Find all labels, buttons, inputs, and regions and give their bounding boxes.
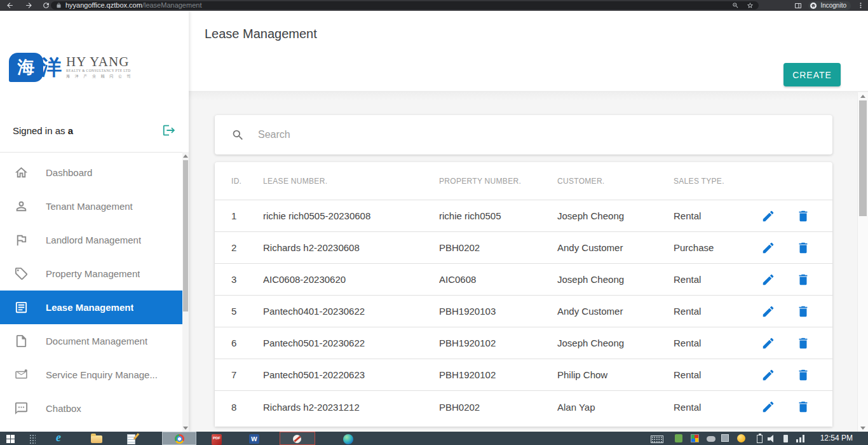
sidebar-item-dashboard[interactable]: Dashboard <box>0 156 182 189</box>
taskbar-clock[interactable]: 12:54 PM <box>820 434 853 442</box>
table-row[interactable]: 1 richie rich0505-20230608 richie rich05… <box>215 200 832 232</box>
edge-icon[interactable] <box>343 434 353 444</box>
edit-icon[interactable] <box>761 368 775 382</box>
delete-icon[interactable] <box>796 209 810 223</box>
scroll-up-arrow[interactable] <box>182 152 189 160</box>
edit-icon[interactable] <box>761 400 775 414</box>
sidebar-item-service-enquiry-manage[interactable]: Service Enquiry Manage... <box>0 358 182 392</box>
main-area: Lease Management CREATE ID.LEASE NUMBER.… <box>189 11 868 432</box>
pen-icon[interactable] <box>783 435 788 442</box>
tray-app-4-icon[interactable] <box>721 434 729 442</box>
delete-icon[interactable] <box>796 273 810 287</box>
scroll-down-arrow[interactable] <box>182 424 189 432</box>
cell-lease-number: Pantech0401-20230622 <box>263 306 439 317</box>
logo-mark: 海 <box>9 53 43 82</box>
browser-menu-icon[interactable] <box>857 1 864 10</box>
delete-icon[interactable] <box>796 336 810 350</box>
tray-app-2-icon[interactable] <box>691 434 699 442</box>
brand-subtitle-en: REALTY & CONSULTANCY PTE LTD <box>66 69 133 72</box>
cell-property-number: PBH0202 <box>439 402 557 413</box>
cell-customer: Joseph Cheong <box>557 338 674 348</box>
notepad-icon[interactable] <box>127 434 135 444</box>
signed-in-text: Signed in as a <box>13 125 73 136</box>
chat-icon <box>14 401 29 416</box>
edit-icon[interactable] <box>761 209 775 223</box>
sidebar-item-label: Property Management <box>46 268 140 279</box>
delete-icon[interactable] <box>796 241 810 255</box>
sidebar-item-label: Landlord Management <box>46 235 141 245</box>
main-scrollbar[interactable] <box>857 92 868 432</box>
word-icon[interactable] <box>249 434 259 444</box>
sidebar-item-label: Dashboard <box>46 167 92 178</box>
reload-icon[interactable] <box>42 1 50 10</box>
cell-property-number: PBH1920102 <box>439 338 557 348</box>
scroll-up-arrow[interactable] <box>858 92 868 100</box>
cell-customer: Andy Customer <box>557 242 674 253</box>
brand-name: HY YANG <box>66 55 133 68</box>
battery-icon[interactable] <box>757 435 763 443</box>
sidebar-scrollbar[interactable] <box>182 152 189 432</box>
table-row[interactable]: 6 Pantech0501-20230622 PBH1920102 Joseph… <box>215 327 832 359</box>
blocked-app-icon[interactable] <box>280 432 315 445</box>
scrollbar-thumb[interactable] <box>859 100 867 216</box>
mail-icon <box>14 367 29 382</box>
internet-explorer-icon[interactable] <box>56 434 66 444</box>
search-dots-icon[interactable] <box>29 434 36 444</box>
table-row[interactable]: 3 AIC0608-20230620 AIC0608 Joseph Cheong… <box>215 264 832 296</box>
zoom-icon[interactable] <box>732 2 739 9</box>
table-row[interactable]: 8 Richards h2-20231212 PBH0202 Alan Yap … <box>215 391 832 423</box>
sidebar-item-tenant-management[interactable]: Tenant Management <box>0 189 182 223</box>
table-row[interactable]: 7 Pantech0501-20220623 PBH1920102 Philip… <box>215 359 832 391</box>
sidebar-item-chatbox[interactable]: Chatbox <box>0 392 182 425</box>
edit-icon[interactable] <box>761 241 775 255</box>
tray-app-3-icon[interactable] <box>707 436 715 442</box>
cell-sales-type: Rental <box>674 306 756 317</box>
file-explorer-icon[interactable] <box>91 435 102 443</box>
incognito-label: Incognito <box>820 2 846 9</box>
cell-sales-type: Rental <box>674 338 756 348</box>
sidebar-item-landlord-management[interactable]: Landlord Management <box>0 223 182 257</box>
delete-icon[interactable] <box>796 305 810 318</box>
scrollbar-thumb[interactable] <box>183 160 188 312</box>
logout-icon[interactable] <box>162 123 176 137</box>
url-path: /leaseManagement <box>142 1 202 9</box>
column-header: ID. <box>231 177 263 186</box>
scroll-down-arrow[interactable] <box>858 424 868 432</box>
delete-icon[interactable] <box>796 400 810 414</box>
edit-icon[interactable] <box>761 336 775 350</box>
table-row[interactable]: 5 Pantech0401-20230622 PBH1920103 Andy C… <box>215 296 832 327</box>
edit-icon[interactable] <box>761 273 775 287</box>
incognito-badge: Incognito <box>808 1 851 10</box>
chrome-icon[interactable] <box>162 432 196 445</box>
keyboard-icon[interactable] <box>651 435 663 443</box>
back-icon[interactable] <box>6 1 14 10</box>
volume-icon[interactable] <box>768 434 776 443</box>
create-button[interactable]: CREATE <box>783 63 841 86</box>
column-header: LEASE NUMBER. <box>263 177 439 186</box>
column-header: CUSTOMER. <box>557 177 674 186</box>
tray-app-1-icon[interactable] <box>675 434 682 442</box>
sidebar-item-document-management[interactable]: Document Management <box>0 324 182 358</box>
cell-id: 2 <box>231 242 263 253</box>
side-panel-icon[interactable] <box>794 2 802 10</box>
browser-toolbar: hyyangoffice.qztbox.com/leaseManagement … <box>0 0 868 11</box>
delete-icon[interactable] <box>796 368 810 382</box>
page-title: Lease Management <box>205 27 317 41</box>
address-bar[interactable]: hyyangoffice.qztbox.com/leaseManagement <box>51 1 759 10</box>
bookmark-star-icon[interactable] <box>747 2 754 9</box>
pdf-reader-icon[interactable] <box>212 434 222 445</box>
cell-property-number: PBH0202 <box>439 242 557 253</box>
cell-customer: Philip Chow <box>557 369 674 380</box>
cell-customer: Alan Yap <box>557 402 674 413</box>
cell-property-number: richie rich0505 <box>439 210 557 221</box>
search-input[interactable] <box>258 129 820 140</box>
table-row[interactable]: 2 Richards h2-20230608 PBH0202 Andy Cust… <box>215 232 832 264</box>
network-icon[interactable] <box>796 434 806 442</box>
sidebar-item-lease-management[interactable]: Lease Management <box>0 291 182 324</box>
table-body: 1 richie rich0505-20230608 richie rich05… <box>215 200 832 423</box>
forward-icon[interactable] <box>25 1 33 10</box>
sidebar-item-property-management[interactable]: Property Management <box>0 257 182 291</box>
edit-icon[interactable] <box>761 305 775 318</box>
tray-app-5-icon[interactable] <box>737 434 745 442</box>
start-icon[interactable] <box>6 434 15 443</box>
